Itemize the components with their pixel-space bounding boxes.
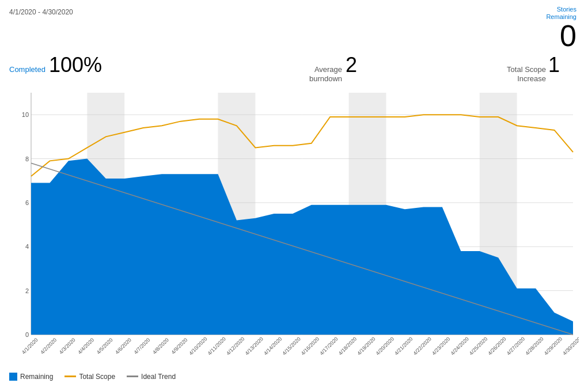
completed-metric: Completed 100% xyxy=(9,53,102,83)
stories-remaining-value: 0 xyxy=(560,21,576,51)
legend-remaining: Remaining xyxy=(9,373,53,381)
chart-legend: Remaining Total Scope Ideal Trend xyxy=(0,369,588,383)
avg-burndown-label: Averageburndown xyxy=(309,65,342,83)
metrics-row: Completed 100% Averageburndown 2 Total S… xyxy=(0,53,588,86)
total-scope-legend-label: Total Scope xyxy=(79,373,115,381)
remaining-swatch xyxy=(9,373,17,381)
ideal-trend-swatch xyxy=(127,376,138,377)
total-scope-value: 1 xyxy=(548,53,560,77)
completed-label: Completed xyxy=(9,65,45,74)
chart-container xyxy=(9,87,579,369)
ideal-trend-legend-label: Ideal Trend xyxy=(141,373,176,381)
avg-burndown-metric: Averageburndown 2 xyxy=(309,53,357,83)
legend-total-scope: Total Scope xyxy=(65,373,115,381)
stories-remaining-stat: StoriesRemaining 0 xyxy=(546,6,576,51)
avg-burndown-value: 2 xyxy=(346,53,357,77)
remaining-legend-label: Remaining xyxy=(20,373,53,381)
total-scope-label: Total ScopeIncrease xyxy=(507,65,546,83)
burndown-chart xyxy=(9,87,579,369)
date-range: 4/1/2020 - 4/30/2020 xyxy=(9,8,73,16)
completed-value: 100% xyxy=(49,53,102,77)
legend-ideal-trend: Ideal Trend xyxy=(127,373,176,381)
total-scope-swatch xyxy=(65,376,76,377)
total-scope-metric: Total ScopeIncrease 1 xyxy=(507,53,560,83)
